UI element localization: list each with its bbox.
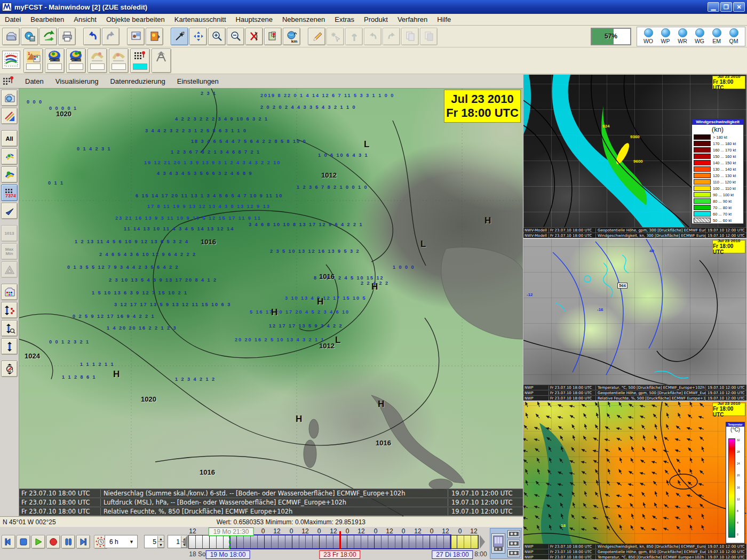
step-back-button[interactable] [2, 535, 15, 549]
menu-objekte-bearbeiten[interactable]: Objekte bearbeiten [101, 14, 170, 25]
timeline-cell[interactable] [382, 535, 388, 548]
compass-nav-button[interactable] [1, 361, 18, 377]
timeline-cell[interactable] [444, 535, 451, 548]
map-layers-button[interactable] [264, 28, 282, 45]
menu-bearbeiten[interactable]: Bearbeiten [26, 14, 69, 25]
tab-visualisierung[interactable]: Visualisierung [50, 76, 105, 87]
loop-count-spinner[interactable]: 5▲▼ [144, 535, 164, 548]
grid-sort-button[interactable] [1, 338, 18, 355]
link-scenes-button[interactable] [491, 533, 505, 554]
restore-button[interactable]: ❐ [720, 2, 732, 12]
menu-verfahren[interactable]: Verfahren [393, 14, 432, 25]
status-light-wg[interactable]: WG [693, 28, 706, 45]
menu-ansicht[interactable]: Ansicht [69, 14, 101, 25]
draw-pencil-button[interactable] [308, 28, 325, 45]
timeline-cell[interactable] [423, 535, 430, 548]
menu-hauptszene[interactable]: Hauptszene [231, 14, 277, 25]
record-button[interactable] [46, 535, 60, 549]
scene-button-2[interactable] [45, 49, 65, 73]
timeline-cell[interactable] [395, 535, 402, 548]
timeline-cell[interactable] [285, 535, 292, 548]
duplicate-button[interactable] [420, 28, 438, 45]
timeline-scroll-left[interactable] [182, 535, 188, 549]
timeline-cell[interactable] [437, 535, 444, 548]
link-panel-1-button[interactable] [507, 530, 520, 538]
rings2-layer-button[interactable] [1, 166, 18, 183]
menu-kartenausschnitt[interactable]: Kartenausschnitt [170, 14, 231, 25]
timeline-cell[interactable] [388, 535, 395, 548]
link-panel-3-button[interactable] [507, 549, 520, 557]
map-collage-button[interactable] [2, 51, 20, 69]
timeline-cell[interactable] [409, 535, 416, 548]
draw-layers-button[interactable] [1, 108, 18, 124]
timeline-cell[interactable] [416, 535, 423, 548]
timeline-current-time-marker[interactable] [339, 531, 341, 549]
timeline-cell[interactable] [272, 535, 279, 548]
timeline-cell[interactable] [251, 535, 258, 548]
edit-points-button[interactable] [327, 28, 344, 45]
remove-track-button[interactable] [245, 28, 263, 45]
close-button[interactable]: ✕ [733, 2, 745, 12]
stop-button[interactable] [17, 535, 30, 549]
timeline-cell[interactable] [471, 535, 478, 548]
timeline-cell[interactable] [402, 535, 409, 548]
print-button[interactable] [58, 28, 76, 45]
timeline-cell[interactable] [189, 535, 196, 548]
scene-button-grid[interactable] [130, 49, 150, 73]
timeline-cell[interactable] [203, 535, 210, 548]
panel-500hpa[interactable]: 566-12-1640 Jul 23 2010 Fr 18:00 UTC NWP… [523, 238, 747, 401]
timeline-cell[interactable] [375, 535, 382, 548]
timeline-cell[interactable] [237, 535, 244, 548]
grid-sort-red-button[interactable] [1, 302, 18, 318]
scene-button-3[interactable] [66, 49, 86, 73]
scene-user-button[interactable] [127, 28, 145, 45]
timeline-cell[interactable] [430, 535, 437, 548]
timeline-date-label[interactable]: 23 Fr 18:00 [319, 550, 360, 559]
flag-check-button[interactable] [1, 203, 18, 219]
save-button[interactable] [21, 28, 38, 45]
timeline-cell[interactable] [327, 535, 333, 548]
minimize-button[interactable]: ▁ [708, 2, 719, 12]
timeline-cell[interactable] [320, 535, 327, 548]
select-arrow-button[interactable] [171, 28, 188, 45]
copy-button[interactable] [401, 28, 419, 45]
menu-produkt[interactable]: Produkt [359, 14, 393, 25]
scene-image-button[interactable] [146, 28, 163, 45]
timeline-cell[interactable] [279, 535, 285, 548]
status-light-wo[interactable]: WO [641, 28, 655, 45]
scene-button-antenna[interactable] [152, 49, 171, 73]
timeline-track[interactable] [188, 535, 479, 549]
isobar-1013-button[interactable]: 1013 [1, 225, 18, 242]
tab-datenreduzierung[interactable]: Datenreduzierung [104, 76, 171, 87]
scene-button-4[interactable] [88, 49, 107, 73]
spinner-arrows-icon[interactable]: ▲▼ [157, 536, 164, 548]
data-folder-button[interactable] [1, 90, 18, 106]
timeline-cell[interactable] [230, 535, 237, 548]
zoom-out-button[interactable] [227, 28, 244, 45]
status-light-em[interactable]: EM [710, 28, 724, 45]
timeline-scroll-right[interactable] [480, 535, 485, 549]
menu-hilfe[interactable]: Hilfe [432, 14, 456, 25]
status-light-qm[interactable]: QM [727, 28, 741, 45]
play-button[interactable] [31, 535, 45, 549]
menu-datei[interactable]: Datei [0, 14, 26, 25]
timeline-cell[interactable] [244, 535, 251, 548]
timeline-cell[interactable] [292, 535, 299, 548]
menu-extras[interactable]: Extras [330, 14, 359, 25]
link-panel-2-button[interactable] [507, 540, 520, 548]
timeline-cell[interactable] [217, 535, 224, 548]
measure-km-button[interactable]: km [283, 28, 300, 45]
scene-button-5[interactable] [109, 49, 129, 73]
palette-folder-button[interactable] [1, 284, 18, 300]
timeline-cell[interactable] [464, 535, 471, 548]
redo-button[interactable] [102, 28, 120, 45]
panel-300hpa-wind[interactable]: 92493609600 Jul 23 2010 Fr 18:00 UTC Win… [523, 74, 747, 238]
timeline-cell[interactable] [210, 535, 217, 548]
triangle-button[interactable] [1, 261, 18, 278]
timeline-cell[interactable] [299, 535, 306, 548]
tab-daten[interactable]: Daten [19, 76, 50, 87]
tab-einstellungen[interactable]: Einstellungen [171, 76, 225, 87]
panel-850hpa-temp[interactable]: 18 Jul 23 2010 Fr 18:00 UTC Temperatur (… [523, 401, 747, 560]
status-light-wp[interactable]: WP [658, 28, 672, 45]
pause-button[interactable] [61, 535, 75, 549]
